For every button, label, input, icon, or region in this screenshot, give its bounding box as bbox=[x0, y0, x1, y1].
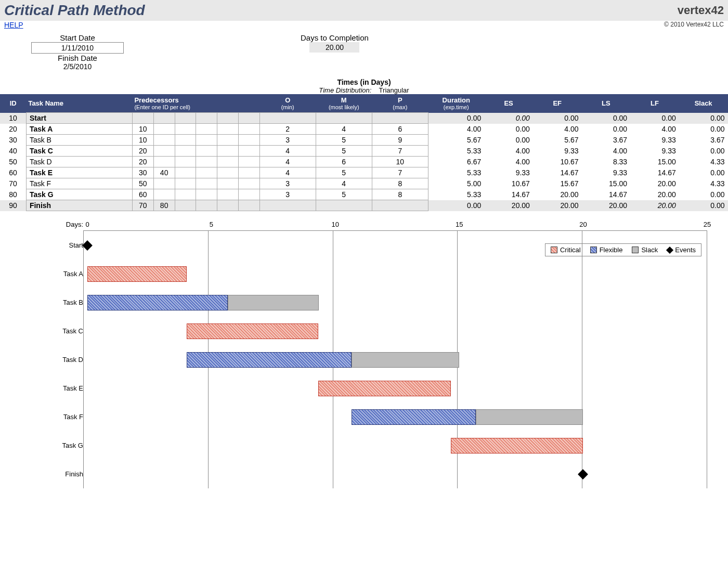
cell-pred[interactable]: 80 bbox=[153, 200, 175, 211]
cell-pred[interactable] bbox=[175, 124, 196, 135]
cell-slack: 4.33 bbox=[679, 178, 728, 189]
cell-task[interactable]: Task A bbox=[26, 124, 132, 135]
cell-pred[interactable] bbox=[196, 189, 217, 200]
cell-pred[interactable] bbox=[175, 146, 196, 157]
cell-o[interactable]: 2 bbox=[259, 124, 316, 135]
cell-pred[interactable] bbox=[196, 200, 217, 211]
cell-pred[interactable] bbox=[132, 113, 153, 124]
cell-task[interactable]: Task C bbox=[26, 146, 132, 157]
cell-o[interactable]: 3 bbox=[259, 189, 316, 200]
cell-m[interactable]: 4 bbox=[316, 178, 372, 189]
cell-pred[interactable]: 30 bbox=[132, 167, 153, 178]
cell-pred[interactable] bbox=[217, 178, 239, 189]
cell-pred[interactable] bbox=[196, 113, 217, 124]
cell-p[interactable]: 7 bbox=[372, 146, 428, 157]
col-ls: LS bbox=[582, 94, 631, 113]
cell-pred[interactable]: 40 bbox=[153, 167, 175, 178]
cell-o[interactable]: 3 bbox=[259, 135, 316, 146]
cell-pred[interactable] bbox=[153, 135, 175, 146]
cell-pred[interactable]: 10 bbox=[132, 135, 153, 146]
cell-pred[interactable]: 20 bbox=[132, 146, 153, 157]
cell-pred[interactable] bbox=[238, 200, 259, 211]
cell-pred[interactable] bbox=[238, 178, 259, 189]
cell-pred[interactable] bbox=[238, 157, 259, 167]
cell-pred[interactable]: 60 bbox=[132, 189, 153, 200]
cell-m[interactable] bbox=[316, 113, 372, 124]
cell-pred[interactable] bbox=[153, 146, 175, 157]
cell-pred[interactable] bbox=[175, 135, 196, 146]
cell-pred[interactable] bbox=[196, 146, 217, 157]
cell-pred[interactable] bbox=[196, 157, 217, 167]
cell-pred[interactable]: 50 bbox=[132, 178, 153, 189]
cell-o[interactable]: 4 bbox=[259, 167, 316, 178]
cell-m[interactable]: 5 bbox=[316, 146, 372, 157]
cell-pred[interactable] bbox=[238, 135, 259, 146]
cell-pred[interactable] bbox=[217, 200, 239, 211]
cell-m[interactable] bbox=[316, 200, 372, 211]
cell-p[interactable]: 6 bbox=[372, 124, 428, 135]
cell-task[interactable]: Task G bbox=[26, 189, 132, 200]
cell-m[interactable]: 5 bbox=[316, 189, 372, 200]
help-link[interactable]: HELP bbox=[4, 21, 23, 29]
cell-pred[interactable] bbox=[217, 124, 239, 135]
cell-m[interactable]: 5 bbox=[316, 135, 372, 146]
cell-pred[interactable] bbox=[153, 157, 175, 167]
cell-pred[interactable] bbox=[175, 200, 196, 211]
cell-task[interactable]: Task E bbox=[26, 167, 132, 178]
cell-m[interactable]: 4 bbox=[316, 124, 372, 135]
cell-p[interactable]: 8 bbox=[372, 189, 428, 200]
cell-task[interactable]: Task F bbox=[26, 178, 132, 189]
cell-p[interactable]: 10 bbox=[372, 157, 428, 167]
cell-pred[interactable] bbox=[153, 178, 175, 189]
cell-pred[interactable] bbox=[238, 167, 259, 178]
cell-pred[interactable] bbox=[217, 135, 239, 146]
cell-pred[interactable] bbox=[196, 178, 217, 189]
cell-pred[interactable] bbox=[175, 178, 196, 189]
cell-p[interactable]: 7 bbox=[372, 167, 428, 178]
cell-p[interactable] bbox=[372, 200, 428, 211]
cell-p[interactable]: 8 bbox=[372, 178, 428, 189]
cell-pred[interactable] bbox=[153, 113, 175, 124]
cell-task[interactable]: Finish bbox=[26, 200, 132, 211]
cell-pred[interactable] bbox=[175, 167, 196, 178]
cell-pred[interactable] bbox=[217, 157, 239, 167]
cell-pred[interactable]: 20 bbox=[132, 157, 153, 167]
table-row: 90Finish70800.0020.0020.0020.0020.000.00 bbox=[0, 200, 728, 211]
cell-p[interactable]: 9 bbox=[372, 135, 428, 146]
cell-task[interactable]: Start bbox=[26, 113, 132, 124]
cell-lf: 9.33 bbox=[630, 146, 679, 157]
cell-pred[interactable] bbox=[175, 157, 196, 167]
cell-id: 40 bbox=[0, 146, 26, 157]
cell-p[interactable] bbox=[372, 113, 428, 124]
chart-row-label: Task B bbox=[21, 299, 87, 306]
cell-pred[interactable] bbox=[175, 113, 196, 124]
cell-pred[interactable] bbox=[175, 189, 196, 200]
cell-pred[interactable] bbox=[238, 146, 259, 157]
cell-o[interactable] bbox=[259, 113, 316, 124]
cell-o[interactable]: 4 bbox=[259, 146, 316, 157]
cell-pred[interactable] bbox=[217, 146, 239, 157]
cell-o[interactable]: 3 bbox=[259, 178, 316, 189]
cell-o[interactable]: 4 bbox=[259, 157, 316, 167]
cell-pred[interactable] bbox=[196, 124, 217, 135]
col-ef: EF bbox=[533, 94, 582, 113]
cell-pred[interactable]: 10 bbox=[132, 124, 153, 135]
cell-pred[interactable] bbox=[217, 113, 239, 124]
cell-pred[interactable] bbox=[196, 135, 217, 146]
cell-pred[interactable] bbox=[238, 124, 259, 135]
cell-o[interactable] bbox=[259, 200, 316, 211]
cell-task[interactable]: Task D bbox=[26, 157, 132, 167]
cell-task[interactable]: Task B bbox=[26, 135, 132, 146]
cell-pred[interactable] bbox=[238, 113, 259, 124]
cell-m[interactable]: 6 bbox=[316, 157, 372, 167]
cell-pred[interactable] bbox=[238, 189, 259, 200]
cell-pred[interactable] bbox=[153, 124, 175, 135]
start-date-input[interactable]: 1/11/2010 bbox=[31, 42, 124, 54]
cell-pred[interactable]: 70 bbox=[132, 200, 153, 211]
cell-pred[interactable] bbox=[217, 189, 239, 200]
cell-pred[interactable] bbox=[217, 167, 239, 178]
cell-pred[interactable] bbox=[196, 167, 217, 178]
cell-es: 4.00 bbox=[484, 146, 533, 157]
cell-m[interactable]: 5 bbox=[316, 167, 372, 178]
cell-pred[interactable] bbox=[153, 189, 175, 200]
